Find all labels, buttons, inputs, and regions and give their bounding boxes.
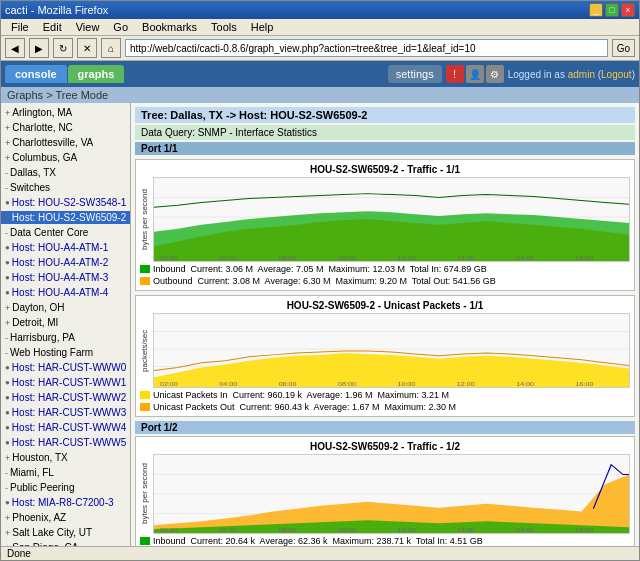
menu-go[interactable]: Go [107,20,134,34]
sidebar-item-detroit[interactable]: + Detroit, MI [1,316,130,329]
bullet-icon: ● [5,258,10,267]
sidebar[interactable]: + Arlington, MA + Charlotte, NC + Charlo… [1,103,131,546]
sidebar-label: Web Hosting Farm [10,347,93,358]
sidebar-item-atm3[interactable]: ● Host: HOU-A4-ATM-3 [1,271,130,284]
sidebar-item-atm1[interactable]: ● Host: HOU-A4-ATM-1 [1,241,130,254]
list-item[interactable]: ● Host: HOU-A4-ATM-1 [1,240,130,255]
list-item[interactable]: ● Host: HOU-A4-ATM-2 [1,255,130,270]
sidebar-item-dayton[interactable]: + Dayton, OH [1,301,130,314]
list-item[interactable]: + Columbus, GA [1,150,130,165]
stop-button[interactable]: ✕ [77,38,97,58]
go-button[interactable]: Go [612,39,635,57]
list-item[interactable]: + Detroit, MI [1,315,130,330]
settings-tab[interactable]: settings [388,65,442,83]
alert-icon[interactable]: ! [446,65,464,83]
sidebar-item-phoenix[interactable]: + Phoenix, AZ [1,511,130,524]
expand-icon: - [5,348,8,358]
sidebar-label: Host: HOU-S2-SW6509-2 [12,212,126,223]
settings-icon[interactable]: ⚙ [486,65,504,83]
menu-view[interactable]: View [70,20,106,34]
list-item[interactable]: - Web Hosting Farm [1,345,130,360]
user-icon[interactable]: 👤 [466,65,484,83]
list-item[interactable]: - Switches [1,180,130,195]
legend-unicast11-out: Unicast Packets Out Current: 960.43 k Av… [140,402,630,412]
sidebar-item-webhosting[interactable]: - Web Hosting Farm [1,346,130,359]
list-item[interactable]: ● Host: HOU-A4-ATM-4 [1,285,130,300]
sidebar-item-atm2[interactable]: ● Host: HOU-A4-ATM-2 [1,256,130,269]
list-item[interactable]: - Miami, FL [1,465,130,480]
menu-help[interactable]: Help [245,20,280,34]
svg-text:14:00: 14:00 [516,527,534,533]
sidebar-item-switches[interactable]: - Switches [1,181,130,194]
sidebar-item-www3[interactable]: ● Host: HAR-CUST-WWW3 [1,406,130,419]
list-item[interactable]: + Salt Lake City, UT [1,525,130,540]
legend-color-inbound [140,265,150,273]
legend-color-outbound2 [140,403,150,411]
close-button[interactable]: × [621,3,635,17]
list-item[interactable]: - Data Center Core [1,225,130,240]
minimize-button[interactable]: _ [589,3,603,17]
tab-console[interactable]: console [5,65,67,83]
list-item[interactable]: ● Host: HAR-CUST-WWW1 [1,375,130,390]
menu-file[interactable]: File [5,20,35,34]
list-item[interactable]: ● Host: HAR-CUST-WWW2 [1,390,130,405]
menu-tools[interactable]: Tools [205,20,243,34]
sidebar-label: Host: HOU-A4-ATM-4 [12,287,109,298]
list-item[interactable]: ● Host: HAR-CUST-WWW3 [1,405,130,420]
sidebar-item-www4[interactable]: ● Host: HAR-CUST-WWW4 [1,421,130,434]
sidebar-item-harrisburg[interactable]: - Harrisburg, PA [1,331,130,344]
logout-link[interactable]: Logout [601,69,632,80]
svg-text:16:00: 16:00 [576,527,594,533]
svg-marker-5 [154,211,629,261]
list-item[interactable]: ● Host: HAR-CUST-WWW0 [1,360,130,375]
sidebar-item-houston[interactable]: + Houston, TX [1,451,130,464]
list-item[interactable]: - Public Peering [1,480,130,495]
url-input[interactable] [125,39,608,57]
sidebar-item-mia-r8[interactable]: ● Host: MIA-R8-C7200-3 [1,496,130,509]
sidebar-item-arlington[interactable]: + Arlington, MA [1,106,130,119]
sidebar-item-dallas[interactable]: - Dallas, TX [1,166,130,179]
bullet-icon: ● [5,243,10,252]
sidebar-item-www1[interactable]: ● Host: HAR-CUST-WWW1 [1,376,130,389]
sidebar-item-datacenter[interactable]: - Data Center Core [1,226,130,239]
forward-button[interactable]: ▶ [29,38,49,58]
menu-bookmarks[interactable]: Bookmarks [136,20,203,34]
sidebar-item-host-sw3548[interactable]: ● Host: HOU-S2-SW3548-1 [1,196,130,209]
home-button[interactable]: ⌂ [101,38,121,58]
list-item[interactable]: - Dallas, TX [1,165,130,180]
list-item[interactable]: + Dayton, OH [1,300,130,315]
list-item[interactable]: + Houston, TX [1,450,130,465]
list-item[interactable]: ● Host: HAR-CUST-WWW4 [1,420,130,435]
sidebar-item-host-sw6509[interactable]: ● Host: HOU-S2-SW6509-2 [1,211,130,224]
list-item[interactable]: + Phoenix, AZ [1,510,130,525]
list-item[interactable]: ● Host: MIA-R8-C7200-3 [1,495,130,510]
tab-graphs[interactable]: graphs [68,65,125,83]
list-item[interactable]: + Arlington, MA [1,105,130,120]
reload-button[interactable]: ↻ [53,38,73,58]
menu-edit[interactable]: Edit [37,20,68,34]
sidebar-item-www0[interactable]: ● Host: HAR-CUST-WWW0 [1,361,130,374]
list-item[interactable]: ● Host: HOU-S2-SW6509-2 [1,210,130,225]
port2-header: Port 1/2 [135,421,635,434]
sidebar-item-slc[interactable]: + Salt Lake City, UT [1,526,130,539]
sidebar-label: Salt Lake City, UT [12,527,92,538]
sidebar-item-charlotte[interactable]: + Charlotte, NC [1,121,130,134]
list-item[interactable]: - Harrisburg, PA [1,330,130,345]
sidebar-item-miami[interactable]: - Miami, FL [1,466,130,479]
sidebar-item-publicpeering[interactable]: - Public Peering [1,481,130,494]
chart-unicast11: 02:00 04:00 06:00 08:00 10:00 12:00 14:0… [153,313,630,388]
sidebar-item-www5[interactable]: ● Host: HAR-CUST-WWW5 [1,436,130,449]
sidebar-item-columbus[interactable]: + Columbus, GA [1,151,130,164]
sidebar-item-www2[interactable]: ● Host: HAR-CUST-WWW2 [1,391,130,404]
list-item[interactable]: + Charlotte, NC [1,120,130,135]
list-item[interactable]: ● Host: HOU-A4-ATM-3 [1,270,130,285]
list-item[interactable]: ● Host: HAR-CUST-WWW5 [1,435,130,450]
admin-link[interactable]: admin [568,69,595,80]
maximize-button[interactable]: □ [605,3,619,17]
sidebar-item-atm4[interactable]: ● Host: HOU-A4-ATM-4 [1,286,130,299]
list-item[interactable]: + Charlottesville, VA [1,135,130,150]
list-item[interactable]: ● Host: HOU-S2-SW3548-1 [1,195,130,210]
sidebar-item-charlottesville[interactable]: + Charlottesville, VA [1,136,130,149]
sidebar-label: Phoenix, AZ [12,512,66,523]
back-button[interactable]: ◀ [5,38,25,58]
